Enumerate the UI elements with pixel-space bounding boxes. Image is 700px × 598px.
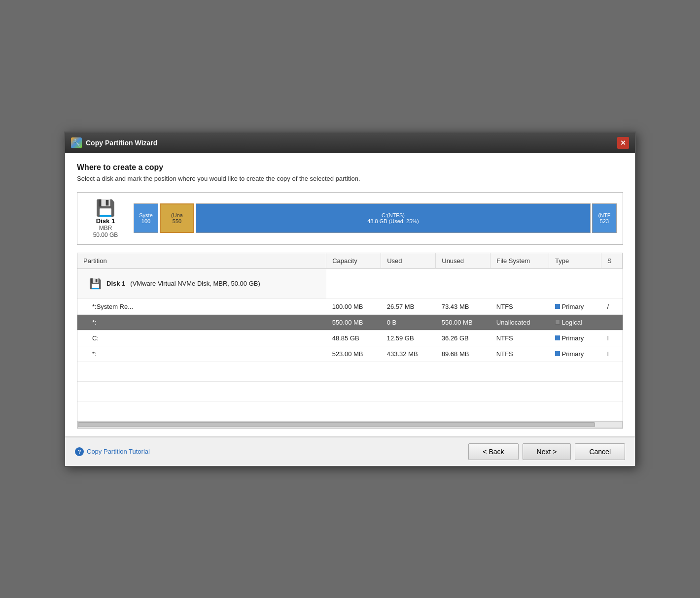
disk-icon: 💾 xyxy=(96,199,115,217)
partition-size: 100 xyxy=(141,218,150,224)
col-unused: Unused xyxy=(436,253,490,269)
disk-size: 50.00 GB xyxy=(93,232,118,238)
partition-block-c[interactable]: C:(NTFS) 48.8 GB (Used: 25%) xyxy=(196,203,591,233)
cell-partition: *: xyxy=(77,314,326,330)
cell-type: Primary xyxy=(549,346,601,362)
disk-visual: 💾 Disk 1 MBR 50.00 GB Syste 100 (Una 550 xyxy=(77,192,623,245)
type-indicator xyxy=(555,320,560,325)
cell-filesystem: NTFS xyxy=(490,299,549,314)
cell-partition: *: xyxy=(77,346,326,362)
col-type: Type xyxy=(549,253,601,269)
app-icon: 🔧 xyxy=(71,137,82,148)
cell-used: 12.59 GB xyxy=(381,330,436,346)
disk-icon-area: 💾 Disk 1 MBR 50.00 GB xyxy=(83,199,128,238)
table-row-selected[interactable]: *: 550.00 MB 0 B 550.00 MB Unallocated L… xyxy=(77,314,623,330)
disk-name: Disk 1 xyxy=(96,217,115,225)
cell-unused: 73.43 MB xyxy=(436,299,490,314)
section-subtitle: Select a disk and mark the position wher… xyxy=(77,175,623,182)
tutorial-link[interactable]: ? Copy Partition Tutorial xyxy=(75,447,150,456)
cell-s: I xyxy=(601,330,622,346)
cell-s: / xyxy=(601,299,622,314)
cell-s: I xyxy=(601,346,622,362)
main-content: Where to create a copy Select a disk and… xyxy=(65,153,635,437)
disk-type: MBR xyxy=(99,225,112,232)
partition-block-system[interactable]: Syste 100 xyxy=(134,203,158,233)
partition-label: (NTF xyxy=(598,212,610,218)
back-button[interactable]: < Back xyxy=(468,443,518,460)
disk-header-cell: 💾 Disk 1 (VMware Virtual NVMe Disk, MBR,… xyxy=(77,269,326,299)
partition-table: Partition Capacity Used Unused File Syst… xyxy=(77,253,623,421)
disk-row-details: (VMware Virtual NVMe Disk, MBR, 50.00 GB… xyxy=(130,280,260,287)
dialog-window: 🔧 Copy Partition Wizard ✕ Where to creat… xyxy=(64,132,636,467)
button-group: < Back Next > Cancel xyxy=(468,443,625,460)
partition-block-unalloc[interactable]: (Una 550 xyxy=(160,203,194,233)
col-s: S xyxy=(601,253,622,269)
partition-label: (Una xyxy=(171,212,183,218)
cell-capacity: 523.00 MB xyxy=(326,346,381,362)
cell-unused: 89.68 MB xyxy=(436,346,490,362)
help-icon: ? xyxy=(75,447,84,456)
cell-used: 0 B xyxy=(381,314,436,330)
type-indicator xyxy=(555,335,560,340)
table-row[interactable]: C: 48.85 GB 12.59 GB 36.26 GB NTFS Prima… xyxy=(77,330,623,346)
cell-capacity: 550.00 MB xyxy=(326,314,381,330)
bottom-bar: ? Copy Partition Tutorial < Back Next > … xyxy=(65,437,635,466)
cell-capacity: 100.00 MB xyxy=(326,299,381,314)
col-capacity: Capacity xyxy=(326,253,381,269)
table-header-row: Partition Capacity Used Unused File Syst… xyxy=(77,253,623,269)
type-indicator xyxy=(555,304,560,309)
cell-type: Primary xyxy=(549,330,601,346)
empty-row xyxy=(77,362,623,381)
col-used: Used xyxy=(381,253,436,269)
window-title: Copy Partition Wizard xyxy=(86,139,157,147)
scrollbar-thumb[interactable] xyxy=(78,422,595,427)
col-partition: Partition xyxy=(77,253,326,269)
cell-filesystem: NTFS xyxy=(490,346,549,362)
next-button[interactable]: Next > xyxy=(523,443,571,460)
cell-capacity: 48.85 GB xyxy=(326,330,381,346)
title-bar-left: 🔧 Copy Partition Wizard xyxy=(71,137,157,148)
partition-size: 523 xyxy=(600,218,609,224)
partition-block-ntfs[interactable]: (NTF 523 xyxy=(592,203,617,233)
cell-type: Primary xyxy=(549,299,601,314)
col-filesystem: File System xyxy=(490,253,549,269)
partition-info: 48.8 GB (Used: 25%) xyxy=(367,218,419,224)
tutorial-label: Copy Partition Tutorial xyxy=(87,448,150,455)
cell-filesystem: Unallocated xyxy=(490,314,549,330)
disk-row-name: Disk 1 xyxy=(106,280,125,287)
title-bar: 🔧 Copy Partition Wizard ✕ xyxy=(65,133,635,153)
disk-partitions: Syste 100 (Una 550 C:(NTFS) 48.8 GB (Use… xyxy=(134,201,617,235)
disk-header-row: 💾 Disk 1 (VMware Virtual NVMe Disk, MBR,… xyxy=(77,268,623,299)
close-button[interactable]: ✕ xyxy=(617,137,629,149)
type-indicator xyxy=(555,351,560,356)
cell-used: 26.57 MB xyxy=(381,299,436,314)
partition-size: 550 xyxy=(173,218,181,224)
cell-partition: *:System Re... xyxy=(77,299,326,314)
cancel-button[interactable]: Cancel xyxy=(575,443,625,460)
cell-partition: C: xyxy=(77,330,326,346)
table-row[interactable]: *:System Re... 100.00 MB 26.57 MB 73.43 … xyxy=(77,299,623,314)
cell-filesystem: NTFS xyxy=(490,330,549,346)
partition-label: Syste xyxy=(139,212,153,218)
partition-table-wrapper: Partition Capacity Used Unused File Syst… xyxy=(77,253,623,429)
empty-row xyxy=(77,401,623,421)
horizontal-scrollbar[interactable] xyxy=(77,421,623,428)
table-row[interactable]: *: 523.00 MB 433.32 MB 89.68 MB NTFS Pri… xyxy=(77,346,623,362)
disk-info-cell: 💾 Disk 1 (VMware Virtual NVMe Disk, MBR,… xyxy=(83,274,266,294)
empty-row xyxy=(77,381,623,401)
cell-type: Logical xyxy=(549,314,601,330)
cell-s xyxy=(601,314,622,330)
cell-unused: 550.00 MB xyxy=(436,314,490,330)
cell-used: 433.32 MB xyxy=(381,346,436,362)
disk-mini-icon: 💾 xyxy=(89,278,102,290)
section-title: Where to create a copy xyxy=(77,163,623,172)
cell-unused: 36.26 GB xyxy=(436,330,490,346)
partition-label: C:(NTFS) xyxy=(382,212,405,218)
